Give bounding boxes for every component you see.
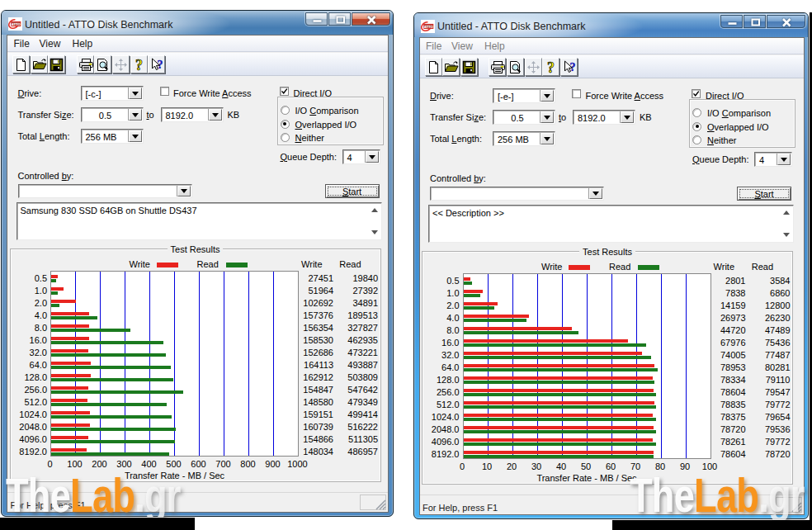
svg-text:ATTO: ATTO	[12, 22, 21, 26]
svg-text:ATTO: ATTO	[424, 24, 434, 28]
svg-text:?: ?	[135, 58, 143, 72]
svg-text:?: ?	[547, 60, 555, 74]
